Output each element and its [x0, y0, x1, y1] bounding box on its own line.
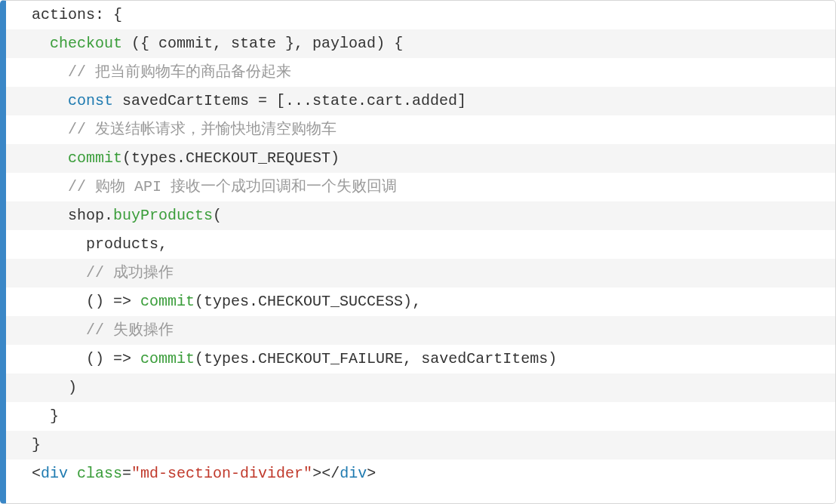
- code-token-comment: // 把当前购物车的商品备份起来: [68, 63, 291, 81]
- code-token-punct: >: [367, 465, 376, 482]
- code-token-plain: (): [86, 293, 113, 310]
- code-token-plain: (types.CHECKOUT_REQUEST): [122, 149, 340, 167]
- code-token-plain: (: [213, 207, 222, 224]
- code-line: checkout ({ commit, state }, payload) {: [6, 29, 835, 58]
- code-line: commit(types.CHECKOUT_REQUEST): [6, 144, 835, 173]
- code-token-plain: [131, 350, 140, 367]
- code-token-plain: savedCartItems: [113, 92, 258, 109]
- code-token-ident-call: commit: [68, 149, 122, 167]
- code-token-punct: <: [32, 465, 41, 482]
- code-line: // 把当前购物车的商品备份起来: [6, 58, 835, 87]
- code-line: shop.buyProducts(: [6, 201, 835, 230]
- code-token-operator: =>: [113, 350, 131, 367]
- code-token-operator: =: [122, 465, 131, 482]
- code-token-plain: , payload: [294, 35, 376, 52]
- code-token-attr-name: class: [77, 465, 122, 482]
- code-token-punct: ></: [312, 465, 340, 482]
- code-block: actions: { checkout ({ commit, state }, …: [0, 0, 836, 504]
- code-token-tag-color: div: [41, 465, 68, 482]
- code-token-plain: (types.CHECKOUT_FAILURE, savedCartItems): [195, 350, 557, 367]
- code-line: // 失败操作: [6, 316, 835, 345]
- code-line: // 购物 API 接收一个成功回调和一个失败回调: [6, 173, 835, 201]
- code-line: // 成功操作: [6, 259, 835, 287]
- code-token-plain: {: [104, 6, 122, 23]
- code-token-plain: [...state.cart.added]: [267, 92, 466, 109]
- code-token-ident-call: commit: [140, 293, 195, 310]
- code-token-ident-call: buyProducts: [113, 207, 213, 224]
- code-line: products,: [6, 230, 835, 259]
- code-lines: actions: { checkout ({ commit, state }, …: [6, 1, 835, 488]
- code-line: <div class="md-section-divider"></div>: [6, 459, 835, 488]
- code-token-ident-call: checkout: [50, 35, 122, 52]
- code-line: () => commit(types.CHECKOUT_FAILURE, sav…: [6, 345, 835, 373]
- code-token-plain: ): [376, 35, 385, 52]
- code-token-comment: // 发送结帐请求，并愉快地清空购物车: [68, 121, 337, 138]
- code-token-tag-color: div: [340, 465, 367, 482]
- code-token-operator: =: [258, 92, 267, 109]
- code-line: }: [6, 402, 835, 431]
- code-token-plain: {: [385, 35, 403, 52]
- code-token-plain: (): [86, 350, 113, 367]
- code-token-plain: (types.CHECKOUT_SUCCESS),: [195, 293, 421, 310]
- code-token-plain: [68, 465, 77, 482]
- code-line: const savedCartItems = [...state.cart.ad…: [6, 87, 835, 115]
- code-token-keyword: const: [68, 92, 113, 109]
- code-token-attr-val: "md-section-divider": [131, 465, 312, 482]
- code-token-comment: // 失败操作: [86, 321, 174, 339]
- code-token-plain: products,: [86, 235, 168, 253]
- code-token-operator: =>: [113, 293, 131, 310]
- code-token-plain: (: [122, 35, 140, 52]
- code-line: () => commit(types.CHECKOUT_SUCCESS),: [6, 287, 835, 316]
- code-line: ): [6, 373, 835, 402]
- code-token-plain: ): [68, 379, 77, 396]
- code-token-operator: :: [95, 6, 104, 23]
- code-token-comment: // 购物 API 接收一个成功回调和一个失败回调: [68, 178, 397, 195]
- code-token-plain: }: [32, 436, 41, 453]
- code-line: actions: {: [6, 1, 835, 29]
- code-token-plain: [131, 293, 140, 310]
- code-token-comment: // 成功操作: [86, 264, 174, 281]
- code-token-plain: shop.: [68, 207, 113, 224]
- code-token-plain: actions: [32, 6, 95, 23]
- code-line: // 发送结帐请求，并愉快地清空购物车: [6, 115, 835, 144]
- code-line: }: [6, 431, 835, 459]
- code-token-plain: }: [50, 407, 59, 425]
- code-token-plain: { commit, state }: [140, 35, 294, 52]
- code-token-ident-call: commit: [140, 350, 195, 367]
